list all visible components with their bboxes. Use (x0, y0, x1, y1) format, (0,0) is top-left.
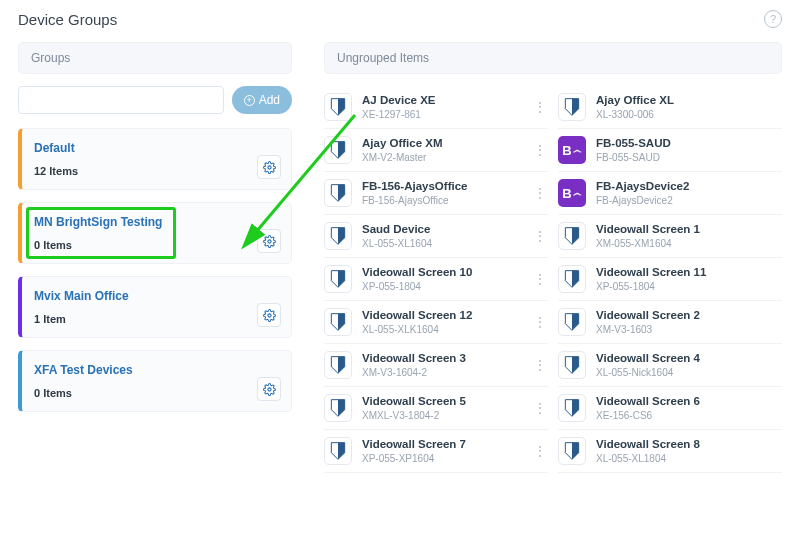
device-name: Videowall Screen 1 (596, 222, 768, 237)
item-menu-icon[interactable]: ⋮ (532, 315, 548, 329)
device-id: XM-055-XM1604 (596, 237, 768, 250)
device-name: Videowall Screen 3 (362, 351, 522, 366)
device-item[interactable]: Ajay Office XMXM-V2-Master⋮ (324, 129, 548, 172)
device-text: Ajay Office XMXM-V2-Master (362, 136, 522, 164)
device-text: Videowall Screen 1XM-055-XM1604 (596, 222, 768, 250)
group-card[interactable]: Mvix Main Office1 Item (18, 276, 292, 338)
group-settings-button[interactable] (257, 155, 281, 179)
group-settings-button[interactable] (257, 303, 281, 327)
device-icon (324, 136, 352, 164)
device-icon (558, 394, 586, 422)
item-menu-icon[interactable]: ⋮ (532, 143, 548, 157)
device-item[interactable]: Videowall Screen 2XM-V3-1603 (558, 301, 782, 344)
device-item[interactable]: Videowall Screen 6XE-156-CS6 (558, 387, 782, 430)
device-id: FB-055-SAUD (596, 151, 768, 164)
group-item-count: 12 Items (34, 165, 279, 177)
device-icon (324, 437, 352, 465)
device-item[interactable]: B෴FB-AjaysDevice2FB-AjaysDevice2 (558, 172, 782, 215)
device-id: XL-055-XL1804 (596, 452, 768, 465)
device-item[interactable]: B෴FB-055-SAUDFB-055-SAUD (558, 129, 782, 172)
device-icon (558, 308, 586, 336)
groups-list: Default12 ItemsMN BrightSign Testing0 It… (18, 128, 292, 412)
device-name: Saud Device (362, 222, 522, 237)
device-name: FB-055-SAUD (596, 136, 768, 151)
device-icon: B෴ (558, 136, 586, 164)
device-name: Videowall Screen 8 (596, 437, 768, 452)
device-name: Videowall Screen 4 (596, 351, 768, 366)
device-name: Videowall Screen 10 (362, 265, 522, 280)
device-item[interactable]: FB-156-AjaysOfficeFB-156-AjaysOffice⋮ (324, 172, 548, 215)
device-text: Videowall Screen 2XM-V3-1603 (596, 308, 768, 336)
device-item[interactable]: Videowall Screen 7XP-055-XP1604⋮ (324, 430, 548, 473)
item-menu-icon[interactable]: ⋮ (532, 229, 548, 243)
item-menu-icon[interactable]: ⋮ (532, 401, 548, 415)
device-name: Videowall Screen 7 (362, 437, 522, 452)
device-icon: B෴ (558, 179, 586, 207)
device-text: Videowall Screen 5XMXL-V3-1804-2 (362, 394, 522, 422)
group-item-count: 0 Items (34, 387, 279, 399)
device-item[interactable]: Saud DeviceXL-055-XL1604⋮ (324, 215, 548, 258)
device-text: FB-055-SAUDFB-055-SAUD (596, 136, 768, 164)
device-icon (324, 222, 352, 250)
device-id: XM-V2-Master (362, 151, 522, 164)
group-settings-button[interactable] (257, 229, 281, 253)
device-name: Videowall Screen 5 (362, 394, 522, 409)
device-text: Videowall Screen 3XM-V3-1604-2 (362, 351, 522, 379)
device-id: XE-156-CS6 (596, 409, 768, 422)
device-icon (324, 394, 352, 422)
device-item[interactable]: Videowall Screen 11XP-055-1804 (558, 258, 782, 301)
device-text: Videowall Screen 10XP-055-1804 (362, 265, 522, 293)
device-icon (558, 265, 586, 293)
device-icon (324, 308, 352, 336)
device-text: Videowall Screen 7XP-055-XP1604 (362, 437, 522, 465)
add-group-input[interactable] (18, 86, 224, 114)
help-icon[interactable]: ? (764, 10, 782, 28)
add-button-label: Add (259, 93, 280, 107)
device-id: FB-AjaysDevice2 (596, 194, 768, 207)
device-item[interactable]: Ajay Office XLXL-3300-006 (558, 86, 782, 129)
group-card[interactable]: MN BrightSign Testing0 Items (18, 202, 292, 264)
device-name: Videowall Screen 6 (596, 394, 768, 409)
item-menu-icon[interactable]: ⋮ (532, 272, 548, 286)
group-item-count: 0 Items (34, 239, 279, 251)
item-menu-icon[interactable]: ⋮ (532, 358, 548, 372)
device-item[interactable]: Videowall Screen 5XMXL-V3-1804-2⋮ (324, 387, 548, 430)
device-item[interactable]: Videowall Screen 4XL-055-Nick1604 (558, 344, 782, 387)
device-id: XP-055-1804 (362, 280, 522, 293)
item-menu-icon[interactable]: ⋮ (532, 186, 548, 200)
device-id: XM-V3-1604-2 (362, 366, 522, 379)
device-item[interactable]: Videowall Screen 10XP-055-1804⋮ (324, 258, 548, 301)
device-item[interactable]: AJ Device XEXE-1297-861⋮ (324, 86, 548, 129)
item-menu-icon[interactable]: ⋮ (532, 100, 548, 114)
device-name: Ajay Office XM (362, 136, 522, 151)
group-name: XFA Test Devices (34, 363, 279, 377)
device-item[interactable]: Videowall Screen 8XL-055-XL1804 (558, 430, 782, 473)
device-item[interactable]: Videowall Screen 12XL-055-XLK1604⋮ (324, 301, 548, 344)
item-menu-icon[interactable]: ⋮ (532, 444, 548, 458)
plus-icon: + (244, 95, 255, 106)
device-text: Videowall Screen 11XP-055-1804 (596, 265, 768, 293)
device-id: XE-1297-861 (362, 108, 522, 121)
svg-point-2 (267, 313, 270, 316)
device-name: Videowall Screen 11 (596, 265, 768, 280)
page-title: Device Groups (18, 11, 117, 28)
device-id: XP-055-1804 (596, 280, 768, 293)
device-text: FB-AjaysDevice2FB-AjaysDevice2 (596, 179, 768, 207)
device-name: Videowall Screen 2 (596, 308, 768, 323)
device-text: FB-156-AjaysOfficeFB-156-AjaysOffice (362, 179, 522, 207)
group-name: Default (34, 141, 279, 155)
group-settings-button[interactable] (257, 377, 281, 401)
add-group-button[interactable]: + Add (232, 86, 292, 114)
group-card[interactable]: XFA Test Devices0 Items (18, 350, 292, 412)
device-icon (558, 222, 586, 250)
group-name: Mvix Main Office (34, 289, 279, 303)
device-id: XMXL-V3-1804-2 (362, 409, 522, 422)
device-icon (558, 93, 586, 121)
groups-section-label: Groups (18, 42, 292, 74)
group-card[interactable]: Default12 Items (18, 128, 292, 190)
device-id: FB-156-AjaysOffice (362, 194, 522, 207)
device-item[interactable]: Videowall Screen 3XM-V3-1604-2⋮ (324, 344, 548, 387)
device-id: XL-055-XLK1604 (362, 323, 522, 336)
ungrouped-column: Ungrouped Items AJ Device XEXE-1297-861⋮… (324, 42, 782, 473)
device-item[interactable]: Videowall Screen 1XM-055-XM1604 (558, 215, 782, 258)
